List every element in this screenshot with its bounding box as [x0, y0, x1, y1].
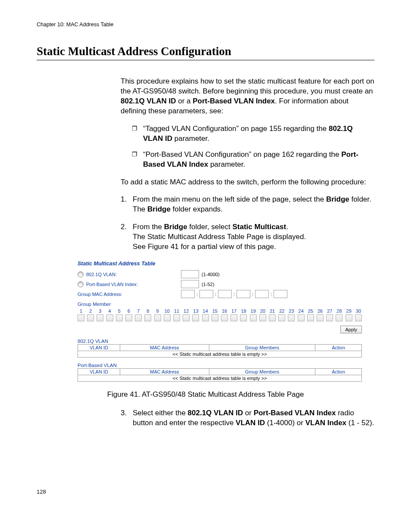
- th-mac: MAC Address: [120, 345, 209, 351]
- text: folder expands.: [171, 205, 223, 213]
- text: .: [286, 223, 288, 231]
- port-checkbox[interactable]: [97, 314, 103, 321]
- mac-octet-input[interactable]: [274, 290, 287, 298]
- port-checkbox[interactable]: [288, 314, 295, 321]
- port-checkbox[interactable]: [125, 314, 132, 321]
- section-title: Static Multicast Address Configuration: [37, 45, 374, 60]
- port-checkbox[interactable]: [192, 314, 199, 321]
- text: parameter.: [172, 134, 209, 143]
- bold-text: Bridge: [147, 205, 171, 213]
- port-checkbox-row: [78, 314, 362, 321]
- th-vlan-id: VLAN ID: [78, 345, 120, 351]
- bold-text: Static Multicast: [232, 223, 286, 231]
- port-checkbox[interactable]: [212, 314, 218, 321]
- bold-text: Bridge: [164, 223, 187, 231]
- text: parameter.: [208, 160, 245, 168]
- text: From the: [133, 223, 164, 231]
- step-2: 2. From the Bridge folder, select Static…: [121, 222, 374, 252]
- port-checkbox[interactable]: [346, 314, 352, 321]
- text: Select either the: [133, 409, 188, 417]
- bold-text: Port-Based VLAN Index: [193, 97, 275, 105]
- port-number: 4: [106, 308, 113, 314]
- bullet-item: ❐ “Tagged VLAN Configuration” on page 15…: [121, 124, 374, 144]
- port-number: 5: [116, 308, 123, 314]
- port-checkbox[interactable]: [164, 314, 171, 321]
- port-checkbox[interactable]: [250, 314, 257, 321]
- port-checkbox[interactable]: [116, 314, 123, 321]
- port-checkbox[interactable]: [144, 314, 151, 321]
- intro-paragraph: This procedure explains how to set the s…: [121, 77, 374, 116]
- port-number: 19: [250, 308, 257, 314]
- figure-screenshot: Static Multicast Address Table 802.1Q VL…: [78, 261, 374, 382]
- apply-button[interactable]: Apply: [340, 326, 362, 333]
- port-number: 26: [317, 308, 324, 314]
- text: (1 - 52).: [346, 419, 374, 427]
- port-number-row: 1234567891011121314151617181920212223242…: [78, 308, 362, 314]
- port-number: 27: [326, 308, 333, 314]
- port-checkbox[interactable]: [202, 314, 209, 321]
- port-checkbox[interactable]: [336, 314, 342, 321]
- th-group: Group Members: [209, 345, 315, 351]
- port-checkbox[interactable]: [240, 314, 247, 321]
- port-number: 21: [269, 308, 276, 314]
- th-action: Action: [315, 345, 361, 351]
- mac-octet-input[interactable]: [199, 290, 213, 298]
- paragraph: To add a static MAC address to the switc…: [121, 177, 374, 187]
- port-checkbox[interactable]: [307, 314, 314, 321]
- vlan-index-input[interactable]: [181, 280, 199, 288]
- figure-caption: Figure 41. AT-GS950/48 Static Multicast …: [37, 390, 374, 399]
- mac-octet-input[interactable]: [237, 290, 250, 298]
- bold-text: Port-Based VLAN Index: [254, 409, 336, 417]
- th-action: Action: [315, 369, 361, 375]
- text: or a: [176, 97, 193, 105]
- port-checkbox[interactable]: [78, 314, 84, 321]
- port-checkbox[interactable]: [326, 314, 333, 321]
- text: The Static Multicast Address Table Page …: [133, 233, 306, 241]
- radio-portbased-icon[interactable]: [78, 281, 84, 287]
- table-section-8021q: 802.1Q VLAN: [78, 339, 374, 344]
- radio-portbased-label: Port-Based VLAN Index:: [86, 282, 138, 287]
- port-number: 3: [97, 308, 103, 314]
- step-number: 3.: [121, 408, 133, 428]
- port-checkbox[interactable]: [154, 314, 161, 321]
- port-checkbox[interactable]: [259, 314, 266, 321]
- port-number: 28: [336, 308, 342, 314]
- port-checkbox[interactable]: [106, 314, 113, 321]
- port-number: 17: [230, 308, 237, 314]
- port-number: 7: [135, 308, 142, 314]
- bold-text: Bridge: [326, 195, 349, 203]
- port-checkbox[interactable]: [173, 314, 180, 321]
- port-checkbox[interactable]: [355, 314, 362, 321]
- empty-row: << Static multicast address table is emp…: [78, 375, 362, 382]
- mac-octet-input[interactable]: [255, 290, 269, 298]
- radio-8021q-label: 802.1Q VLAN:: [86, 272, 117, 277]
- range-text: (1-52): [202, 282, 214, 287]
- port-checkbox[interactable]: [317, 314, 324, 321]
- port-number: 12: [183, 308, 190, 314]
- step-1: 1. From the main menu on the left side o…: [121, 195, 374, 215]
- port-number: 24: [298, 308, 305, 314]
- port-number: 15: [212, 308, 218, 314]
- vlan-8021q-input[interactable]: [181, 270, 199, 278]
- bold-text: VLAN Index: [305, 419, 346, 427]
- bullet-item: ❐ “Port-Based VLAN Configuration” on pag…: [121, 150, 374, 170]
- port-checkbox[interactable]: [230, 314, 237, 321]
- mac-octet-input[interactable]: [181, 290, 195, 298]
- port-checkbox[interactable]: [135, 314, 142, 321]
- step-number: 1.: [121, 195, 133, 215]
- text: From the main menu on the left side of t…: [133, 195, 326, 203]
- port-number: 6: [125, 308, 132, 314]
- port-checkbox[interactable]: [87, 314, 94, 321]
- port-checkbox[interactable]: [278, 314, 285, 321]
- mac-octet-input[interactable]: [218, 290, 232, 298]
- th-group: Group Members: [209, 369, 315, 375]
- group-member-label: Group Member: [78, 302, 374, 307]
- port-checkbox[interactable]: [298, 314, 305, 321]
- radio-8021q-icon[interactable]: [78, 271, 84, 277]
- bold-text: VLAN ID: [236, 419, 265, 427]
- range-text: (1-4000): [202, 272, 220, 277]
- port-checkbox[interactable]: [183, 314, 190, 321]
- port-checkbox[interactable]: [269, 314, 276, 321]
- port-number: 20: [259, 308, 266, 314]
- port-checkbox[interactable]: [221, 314, 228, 321]
